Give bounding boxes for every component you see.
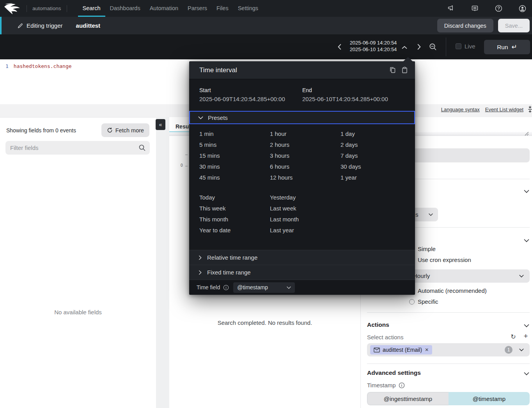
end-field[interactable]: End 2025-06-10T14:20:54.285+00:00 [302,87,405,102]
preset-item[interactable]: 6 hours [270,163,340,170]
run-button[interactable]: Run ↵ [484,40,530,54]
chevron-down-icon[interactable] [523,237,530,244]
query-text[interactable]: hashedtokens.change [14,63,72,69]
time-window-partial-label: s [415,211,419,218]
discard-changes-button[interactable]: Discard changes [437,19,493,32]
live-checkbox[interactable] [456,43,461,49]
action-chip-label: audittest (Email) [383,347,422,353]
feedback-icon[interactable] [471,4,479,12]
preset-item[interactable]: 1 year [340,174,411,181]
preset-item[interactable]: 2 days [340,141,411,148]
chevron-down-icon[interactable] [523,371,530,377]
time-range-end: 2025-06-10 14:20:54 [346,46,400,53]
repository-name[interactable]: automations [32,5,61,11]
toggle-ingesttimestamp[interactable]: @ingesttimestamp [367,392,449,405]
collapse-vertical-icon[interactable] [527,106,532,113]
preset-item[interactable]: 7 days [340,152,411,159]
end-value[interactable]: 2025-06-10T14:20:54.285+00:00 [302,96,405,102]
chevron-down-icon [519,347,524,353]
start-value[interactable]: 2025-06-09T14:20:54.285+00:00 [199,96,302,102]
save-button[interactable]: Save... [498,19,530,32]
dialog-pointer [403,57,413,61]
presets-section-toggle[interactable]: Presets [189,111,415,124]
shift-range-back-icon[interactable] [336,43,343,50]
preset-item[interactable]: 1 hour [270,130,340,137]
chevron-up-icon[interactable] [401,45,408,52]
tab-search[interactable]: Search [78,0,105,17]
preset-item[interactable]: 1 day [340,130,411,137]
fetch-more-button[interactable]: Fetch more [101,123,149,137]
tab-automation[interactable]: Automation [145,0,183,17]
start-label: Start [199,87,302,93]
period-item[interactable]: Last week [270,205,340,212]
live-toggle[interactable]: Live [456,43,475,50]
timestamp-label: Timestamp [367,382,396,388]
crowdstrike-falcon-logo-icon[interactable] [4,3,21,14]
preset-item[interactable]: 30 mins [199,163,270,170]
event-list-widget-link[interactable]: Event List widget [485,107,523,112]
pencil-icon [17,23,23,29]
shift-range-forward-icon[interactable] [415,43,422,50]
chevron-right-icon [197,255,203,260]
actions-select-box[interactable]: audittest (Email) ✕ 1 [367,343,530,356]
preset-item[interactable]: 5 mins [199,141,270,148]
info-icon[interactable] [399,382,405,388]
preset-grid: 1 min 1 hour 1 day 5 mins 2 hours 2 days… [199,128,411,183]
radio-circle-icon[interactable] [409,299,415,305]
dialog-title: Time interval [199,66,237,74]
add-action-icon[interactable]: + [522,333,529,340]
tab-files[interactable]: Files [212,0,233,17]
help-icon[interactable] [495,4,503,12]
fixed-time-range-toggle[interactable]: Fixed time range [189,265,415,280]
relative-time-range-toggle[interactable]: Relative time range [189,250,415,265]
tab-settings[interactable]: Settings [233,0,263,17]
preset-item[interactable]: 12 hours [270,174,340,181]
period-item[interactable]: Year to date [199,227,270,233]
trigger-name: audittest [76,22,101,29]
period-item[interactable]: This month [199,216,270,223]
fields-panel: Showing fields from 0 events Fetch more … [0,117,156,408]
chevron-down-icon[interactable] [523,322,530,329]
user-avatar-icon[interactable] [518,4,527,12]
period-item[interactable]: Today [199,194,270,201]
axis-tick [185,155,188,155]
period-item[interactable]: Last year [270,227,340,233]
tab-parsers[interactable]: Parsers [183,0,212,17]
tab-dashboards[interactable]: Dashboards [105,0,145,17]
preset-item[interactable]: 15 mins [199,152,270,159]
preset-item[interactable]: 3 hours [270,152,340,159]
action-chip[interactable]: audittest (Email) ✕ [370,345,432,355]
toggle-timestamp[interactable]: @timestamp [449,392,530,405]
radio-specific[interactable]: Specific [409,298,438,305]
time-toolbar: 2025-06-09 14:20:54 2025-06-10 14:20:54 … [0,34,532,59]
radio-use-cron[interactable]: Use cron expression [409,257,471,263]
time-field-select[interactable]: @timestamp [233,282,295,293]
preset-item[interactable]: 2 hours [270,141,340,148]
period-item[interactable]: This week [199,205,270,212]
refresh-actions-icon[interactable]: ↻ [510,333,517,340]
period-item[interactable]: Last month [270,216,340,223]
announcements-icon[interactable] [447,4,455,12]
chevron-down-icon [286,285,291,290]
period-item[interactable]: Yesterday [270,194,340,201]
start-field[interactable]: Start 2025-06-09T14:20:54.285+00:00 [199,87,302,102]
period-grid: Today Yesterday This week Last week This… [199,192,340,235]
copy-interval-icon[interactable] [389,67,396,73]
remove-action-icon[interactable]: ✕ [425,347,429,353]
preset-item[interactable]: 30 days [340,163,411,170]
filter-fields-input[interactable] [5,141,150,155]
paste-interval-icon[interactable] [401,67,408,73]
info-icon[interactable] [223,285,229,290]
language-syntax-link[interactable]: Language syntax [441,107,480,112]
zoom-out-range-icon[interactable] [429,43,436,50]
resize-handle-icon[interactable] [523,132,529,136]
preset-item[interactable]: 1 min [199,130,270,137]
top-nav: automations Search Dashboards Automation… [0,0,532,17]
actions-title: Actions [367,321,389,328]
chevron-down-icon[interactable] [523,188,530,194]
preset-item[interactable]: 45 mins [199,174,270,181]
time-range-display[interactable]: 2025-06-09 14:20:54 2025-06-10 14:20:54 [346,40,400,53]
collapse-fields-panel-button[interactable]: « [156,119,165,130]
editing-trigger-bar: Editing trigger audittest Discard change… [0,17,532,34]
radio-automatic[interactable]: Automatic (recommended) [409,287,487,294]
